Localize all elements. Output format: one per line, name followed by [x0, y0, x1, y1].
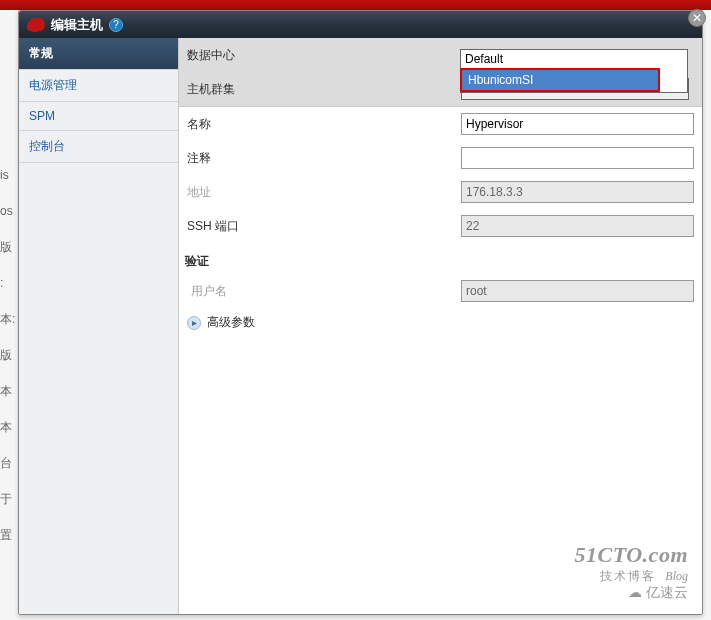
sidebar-item-spm[interactable]: SPM — [19, 102, 178, 131]
address-input — [461, 181, 694, 203]
row-username: 用户名 — [179, 274, 702, 308]
dropdown-option-default[interactable]: Default — [461, 50, 687, 68]
sidebar-item-label: 控制台 — [29, 139, 65, 153]
datacenter-dropdown-list: Default HbunicomSI — [460, 49, 688, 93]
cloud-icon: ☁ — [628, 585, 642, 602]
sidebar-item-label: SPM — [29, 109, 55, 123]
label-sshport: SSH 端口 — [187, 218, 461, 235]
sidebar-item-general[interactable]: 常规 — [19, 38, 178, 70]
sidebar-item-power[interactable]: 电源管理 — [19, 70, 178, 102]
close-icon[interactable]: ✕ — [688, 9, 706, 27]
username-input — [461, 280, 694, 302]
edit-host-dialog: 编辑主机 ? ✕ 常规 电源管理 SPM 控制台 Default Hbunico… — [18, 10, 703, 615]
label-comment: 注释 — [187, 150, 461, 167]
content-panel: Default HbunicomSI 数据中心 主机群集 — [179, 38, 702, 614]
sidebar-item-label: 电源管理 — [29, 78, 77, 92]
row-sshport: SSH 端口 — [179, 209, 702, 243]
brand-icon — [26, 18, 46, 32]
comment-input[interactable] — [461, 147, 694, 169]
label-datacenter: 数据中心 — [187, 47, 461, 64]
label-name: 名称 — [187, 116, 461, 133]
label-cluster: 主机群集 — [187, 81, 461, 98]
sidebar: 常规 电源管理 SPM 控制台 — [19, 38, 179, 614]
advanced-label: 高级参数 — [207, 314, 255, 331]
name-input[interactable] — [461, 113, 694, 135]
sidebar-item-console[interactable]: 控制台 — [19, 131, 178, 163]
dialog-title: 编辑主机 — [51, 16, 103, 34]
label-username: 用户名 — [187, 283, 461, 300]
help-icon[interactable]: ? — [109, 18, 123, 32]
row-name: 名称 — [179, 107, 702, 141]
auth-section-title: 验证 — [179, 243, 702, 274]
label-address: 地址 — [187, 184, 461, 201]
row-comment: 注释 — [179, 141, 702, 175]
row-address: 地址 — [179, 175, 702, 209]
titlebar: 编辑主机 ? ✕ — [19, 11, 702, 38]
dropdown-option-selected[interactable]: HbunicomSI — [460, 68, 660, 92]
watermark: 51CTO.com 技术博客 Blog ☁ 亿速云 — [575, 542, 688, 602]
advanced-params-toggle[interactable]: ▸ 高级参数 — [179, 308, 702, 337]
expand-icon: ▸ — [187, 316, 201, 330]
sidebar-item-label: 常规 — [29, 46, 53, 60]
sshport-input — [461, 215, 694, 237]
